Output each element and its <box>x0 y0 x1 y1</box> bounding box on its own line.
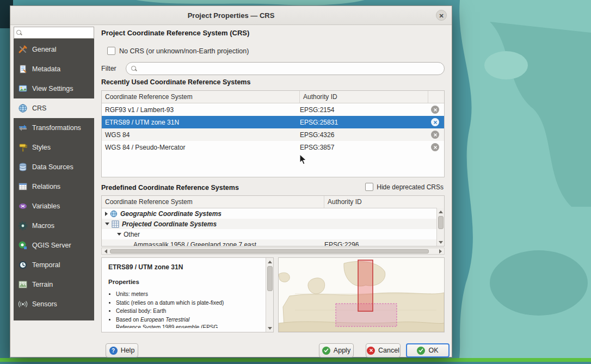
crs-authority: EPSG:25831 <box>300 119 428 126</box>
paint-icon <box>18 143 28 152</box>
sidebar-item-styles[interactable]: Styles <box>14 138 94 157</box>
hide-deprecated-checkbox[interactable] <box>365 183 373 191</box>
help-icon: ? <box>109 347 118 355</box>
globe-icon <box>18 103 28 113</box>
remove-crs-icon[interactable] <box>431 131 439 139</box>
crs-settings-panel: Project Coordinate Reference System (CRS… <box>101 24 445 342</box>
column-header-crs[interactable]: Coordinate Reference System <box>102 196 324 208</box>
sidebar-item-sensors[interactable]: Sensors <box>14 294 94 314</box>
sidebar-item-label: Sensors <box>32 300 57 308</box>
document-icon <box>18 64 28 74</box>
sidebar-item-label: General <box>32 46 56 53</box>
database-icon <box>18 162 28 172</box>
remove-crs-icon[interactable] <box>431 118 439 126</box>
image-icon <box>18 84 28 94</box>
crs-property: Units: meters <box>116 291 262 298</box>
crs-filter-box[interactable] <box>126 62 445 75</box>
remove-crs-icon[interactable] <box>431 106 439 114</box>
tree-row-other[interactable]: Other <box>102 229 444 239</box>
column-header-authority[interactable]: Authority ID <box>300 91 428 103</box>
sidebar-item-label: Transformations <box>32 124 81 132</box>
predefined-crs-table: Coordinate Reference System Authority ID… <box>101 195 445 246</box>
recent-crs-row[interactable]: WGS 84 EPSG:4326 <box>102 128 444 141</box>
mouse-cursor <box>299 154 307 165</box>
variables-icon <box>18 201 28 211</box>
remove-crs-icon[interactable] <box>431 143 439 151</box>
scroll-down-arrow[interactable] <box>266 324 273 332</box>
crs-name: WGS 84 <box>102 131 300 139</box>
scroll-down-arrow[interactable] <box>437 238 444 246</box>
crs-property: Based on European Terrestrial <box>116 316 262 324</box>
help-button[interactable]: ? Help <box>106 343 138 357</box>
crs-name: RGF93 v1 / Lambert-93 <box>102 106 300 114</box>
settings-sidebar: General Metadata View Settings CRS Trans… <box>14 27 94 320</box>
crs-properties-list: Units: meters Static (relies on a datum … <box>116 291 262 323</box>
tree-subgroup-label: Other <box>124 231 140 238</box>
sidebar-item-transformations[interactable]: Transformations <box>14 118 94 138</box>
crs-filter-input[interactable] <box>140 63 444 74</box>
sidebar-item-variables[interactable]: Variables <box>14 196 94 216</box>
sidebar-item-label: Variables <box>32 202 60 210</box>
sidebar-item-macros[interactable]: Macros <box>14 216 94 236</box>
crs-authority: EPSG:3857 <box>300 144 428 151</box>
search-icon <box>131 66 137 72</box>
chevron-down-icon[interactable] <box>105 223 109 225</box>
scroll-up-arrow[interactable] <box>266 258 273 266</box>
sidebar-item-label: Styles <box>32 144 51 151</box>
table-icon <box>18 182 28 192</box>
sidebar-item-metadata[interactable]: Metadata <box>14 59 94 79</box>
recent-crs-row[interactable]: WGS 84 / Pseudo-Mercator EPSG:3857 <box>102 141 444 153</box>
scrollbar-thumb[interactable] <box>438 216 444 229</box>
ok-button[interactable]: OK <box>406 343 450 357</box>
crs-details-title: ETRS89 / UTM zone 31N <box>108 263 273 271</box>
apply-button[interactable]: Apply <box>319 343 354 357</box>
sidebar-item-qgis-server[interactable]: QGIS Server <box>14 236 94 255</box>
predefined-horizontal-scrollbar[interactable] <box>101 248 445 255</box>
sidebar-item-label: Macros <box>32 222 54 230</box>
column-header-remove <box>428 91 442 103</box>
dialog-titlebar[interactable]: Project Properties — CRS ✕ <box>10 6 452 25</box>
sidebar-item-general[interactable]: General <box>14 40 94 59</box>
sidebar-item-label: Relations <box>32 183 60 190</box>
recent-crs-row-selected[interactable]: ETRS89 / UTM zone 31N EPSG:25831 <box>102 116 444 128</box>
sidebar-item-crs[interactable]: CRS <box>14 98 94 118</box>
details-vertical-scrollbar[interactable] <box>266 258 273 332</box>
no-crs-checkbox[interactable] <box>107 47 115 55</box>
filter-row: Filter <box>101 62 445 75</box>
predefined-vertical-scrollbar[interactable] <box>436 208 444 246</box>
crs-name: WGS 84 / Pseudo-Mercator <box>102 144 300 151</box>
sidebar-item-terrain[interactable]: Terrain <box>14 275 94 294</box>
sidebar-item-view-settings[interactable]: View Settings <box>14 79 94 98</box>
column-header-authority[interactable]: Authority ID <box>324 196 438 208</box>
scroll-up-arrow[interactable] <box>437 208 444 215</box>
sidebar-search-box[interactable] <box>14 27 94 39</box>
filter-label: Filter <box>101 65 126 72</box>
cancel-icon <box>367 347 375 355</box>
crs-properties-heading: Properties <box>108 279 273 285</box>
tree-row-crs-entry[interactable]: Ammassalik 1958 / Greenland zone 7 east … <box>102 239 444 246</box>
scroll-right-arrow[interactable] <box>436 248 444 254</box>
close-icon[interactable]: ✕ <box>436 10 447 21</box>
sidebar-item-relations[interactable]: Relations <box>14 177 94 196</box>
column-header-crs[interactable]: Coordinate Reference System <box>102 91 300 103</box>
help-button-label: Help <box>121 347 135 354</box>
scrollbar-thumb[interactable] <box>110 249 429 254</box>
chevron-right-icon[interactable] <box>105 212 108 216</box>
chevron-down-icon[interactable] <box>117 233 121 236</box>
sidebar-item-label: Metadata <box>32 65 60 73</box>
scrollbar-thumb[interactable] <box>267 266 273 291</box>
tree-row-projected[interactable]: Projected Coordinate Systems <box>102 219 444 229</box>
recent-crs-row[interactable]: RGF93 v1 / Lambert-93 EPSG:2154 <box>102 103 444 116</box>
cancel-button-label: Cancel <box>378 347 399 354</box>
cancel-button[interactable]: Cancel <box>366 343 401 357</box>
sidebar-item-label: View Settings <box>32 85 73 92</box>
server-icon <box>18 240 28 250</box>
sidebar-search-input[interactable] <box>19 28 98 38</box>
sidebar-item-temporal[interactable]: Temporal <box>14 255 94 275</box>
predefined-table-header: Coordinate Reference System Authority ID <box>102 196 444 208</box>
scroll-left-arrow[interactable] <box>102 248 109 254</box>
crs-name: ETRS89 / UTM zone 31N <box>102 119 300 126</box>
sidebar-item-data-sources[interactable]: Data Sources <box>14 157 94 177</box>
recent-crs-table: Coordinate Reference System Authority ID… <box>101 90 445 177</box>
tree-row-geographic[interactable]: Geographic Coordinate Systems <box>102 208 444 219</box>
